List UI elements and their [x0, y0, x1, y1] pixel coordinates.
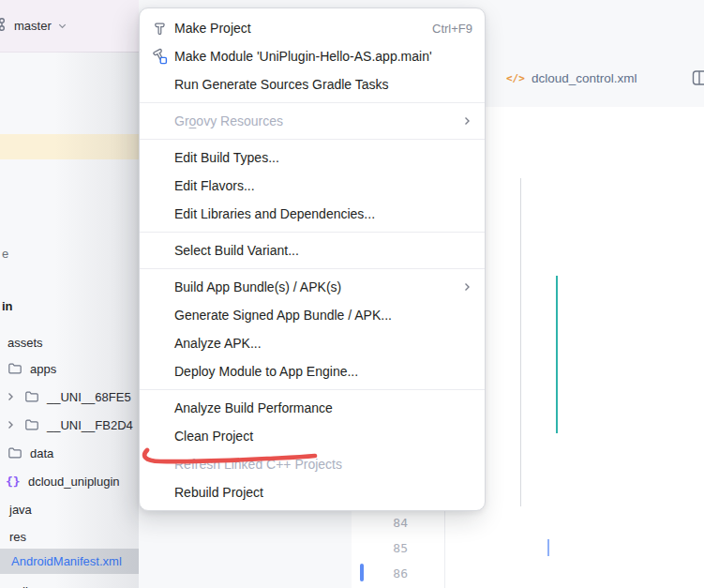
- tree-item-label: dcloud_uniplugin: [28, 475, 120, 489]
- tree-item-e[interactable]: e: [0, 241, 139, 265]
- project-tree-panel: einassetsapps__UNI__68FE5__UNI__FB2D4dat…: [0, 52, 139, 588]
- folder-icon: [7, 361, 22, 376]
- hammer-module-icon: [151, 48, 168, 65]
- branch-name[interactable]: master: [14, 19, 52, 33]
- menu-item-edit-libraries-and-dependencies[interactable]: Edit Libraries and Dependencies...: [140, 200, 485, 228]
- folder-icon: [7, 445, 22, 460]
- menu-separator: [140, 102, 485, 103]
- menu-item-label: Select Build Variant...: [174, 243, 299, 258]
- tree-item-java[interactable]: java: [0, 497, 139, 521]
- line-number: 85: [352, 535, 408, 561]
- tree-item-gradle[interactable]: gradle: [0, 579, 139, 588]
- menu-item-icon-placeholder: [151, 428, 168, 445]
- menu-item-edit-build-types[interactable]: Edit Build Types...: [140, 143, 485, 172]
- menu-item-icon-placeholder: [151, 279, 168, 295]
- tree-item-data[interactable]: data: [0, 441, 139, 465]
- menu-item-icon-placeholder: [151, 363, 168, 380]
- editor-tab-bar: </> dcloud_control.xml: [486, 49, 704, 108]
- menu-item-label: Analyze APK...: [174, 336, 262, 351]
- tree-item-label: __UNI__FB2D4: [47, 418, 133, 432]
- matched-tag-indent-guide: [556, 276, 558, 433]
- indent-guide: [520, 178, 521, 506]
- submenu-arrow-icon: [461, 115, 472, 127]
- menu-item-shortcut: Ctrl+F9: [432, 22, 472, 36]
- menu-item-run-generate-sources-gradle-tasks[interactable]: Run Generate Sources Gradle Tasks: [140, 70, 485, 98]
- editor-split-icon[interactable]: [692, 69, 704, 90]
- tree-item-label: in: [2, 299, 13, 313]
- tree-item-dcloud-uniplugin[interactable]: {}dcloud_uniplugin: [0, 469, 139, 493]
- tree-item-apps[interactable]: apps: [0, 356, 139, 381]
- menu-item-edit-flavors[interactable]: Edit Flavors...: [140, 172, 485, 200]
- hammer-icon: [151, 20, 168, 37]
- menu-item-icon-placeholder: [151, 484, 168, 501]
- tree-item-uni-fb2d4[interactable]: __UNI__FB2D4: [0, 413, 139, 437]
- git-branch-icon[interactable]: [0, 17, 9, 36]
- menu-item-label: Make Module 'UniPlugin-Hello-AS.app.main…: [174, 49, 432, 64]
- menu-item-label: Edit Libraries and Dependencies...: [174, 206, 375, 221]
- menu-item-icon-placeholder: [151, 335, 168, 352]
- menu-item-icon-placeholder: [151, 113, 168, 129]
- menu-item-label: Generate Signed App Bundle / APK...: [174, 308, 392, 323]
- tree-expand-chevron-icon[interactable]: [5, 391, 16, 402]
- tree-item-androidmanifest-xml[interactable]: AndroidManifest.xml: [0, 549, 139, 573]
- submenu-arrow-icon: [461, 281, 472, 293]
- menu-item-label: Clean Project: [174, 429, 253, 444]
- menu-item-icon-placeholder: [151, 400, 168, 416]
- tree-item-uni-68fe5[interactable]: __UNI__68FE5: [0, 384, 139, 409]
- editor-toolbar: [486, 0, 704, 50]
- menu-item-build-app-bundle-s-apk-s[interactable]: Build App Bundle(s) / APK(s): [140, 273, 485, 301]
- line-number: 86: [352, 561, 408, 586]
- menu-separator: [140, 268, 485, 269]
- menu-item-icon-placeholder: [151, 456, 168, 473]
- menu-separator: [140, 139, 485, 140]
- vcs-toolbar: master: [0, 0, 139, 53]
- menu-item-analyze-build-performance[interactable]: Analyze Build Performance: [140, 394, 485, 422]
- folder-icon: [24, 417, 39, 432]
- tree-item-in[interactable]: in: [0, 294, 139, 318]
- android-studio-window: master einassetsapps__UNI__68FE5__UNI__F…: [0, 0, 704, 588]
- menu-separator: [140, 389, 485, 390]
- text-caret: [547, 539, 549, 556]
- menu-item-analyze-apk[interactable]: Analyze APK...: [140, 329, 485, 357]
- line-number: 84: [352, 510, 408, 535]
- tab-dcloud-control-xml[interactable]: </> dcloud_control.xml: [486, 49, 637, 107]
- menu-item-deploy-module-to-app-engine[interactable]: Deploy Module to App Engine...: [140, 357, 485, 385]
- menu-item-refresh-linked-c-projects: Refresh Linked C++ Projects: [140, 450, 485, 478]
- menu-item-icon-placeholder: [151, 307, 168, 324]
- menu-item-icon-placeholder: [151, 177, 168, 194]
- menu-item-label: Deploy Module to App Engine...: [174, 364, 358, 379]
- tab-label: dcloud_control.xml: [532, 71, 637, 85]
- tree-expand-chevron-icon[interactable]: [5, 419, 16, 430]
- menu-item-rebuild-project[interactable]: Rebuild Project: [140, 478, 485, 506]
- menu-item-make-project[interactable]: Make ProjectCtrl+F9: [140, 14, 485, 42]
- highlighted-row: [0, 134, 139, 159]
- menu-separator: [140, 232, 485, 233]
- tree-item-label: assets: [7, 336, 43, 350]
- menu-item-make-module-uniplugin-hello-as-app-main[interactable]: Make Module 'UniPlugin-Hello-AS.app.main…: [140, 42, 485, 70]
- json-braces-icon: {}: [6, 475, 21, 489]
- menu-item-label: Run Generate Sources Gradle Tasks: [174, 77, 389, 92]
- tree-item-label: AndroidManifest.xml: [11, 554, 122, 568]
- folder-icon: [24, 389, 39, 404]
- menu-item-label: Analyze Build Performance: [174, 400, 333, 415]
- menu-item-icon-placeholder: [151, 242, 168, 259]
- menu-item-generate-signed-app-bundle-apk[interactable]: Generate Signed App Bundle / APK...: [140, 301, 485, 329]
- chevron-down-icon[interactable]: [57, 18, 67, 35]
- tree-item-label: e: [2, 247, 8, 261]
- tree-item-label: java: [9, 503, 32, 517]
- menu-item-select-build-variant[interactable]: Select Build Variant...: [140, 236, 485, 264]
- menu-item-label: Build App Bundle(s) / APK(s): [174, 279, 341, 294]
- menu-item-icon-placeholder: [151, 205, 168, 222]
- tree-item-label: __UNI__68FE5: [47, 390, 131, 404]
- tree-item-label: apps: [30, 362, 56, 376]
- menu-item-label: Edit Build Types...: [174, 150, 279, 165]
- menu-item-groovy-resources: Groovy Resources: [140, 107, 485, 135]
- tree-item-res[interactable]: res: [0, 524, 139, 549]
- menu-item-clean-project[interactable]: Clean Project: [140, 422, 485, 450]
- build-context-menu: Make ProjectCtrl+F9Make Module 'UniPlugi…: [139, 8, 486, 511]
- menu-item-label: Edit Flavors...: [174, 178, 255, 193]
- xml-file-icon: </>: [506, 72, 525, 84]
- tree-item-assets[interactable]: assets: [0, 330, 139, 354]
- menu-item-label: Refresh Linked C++ Projects: [174, 457, 342, 472]
- tree-item-label: data: [30, 446, 53, 460]
